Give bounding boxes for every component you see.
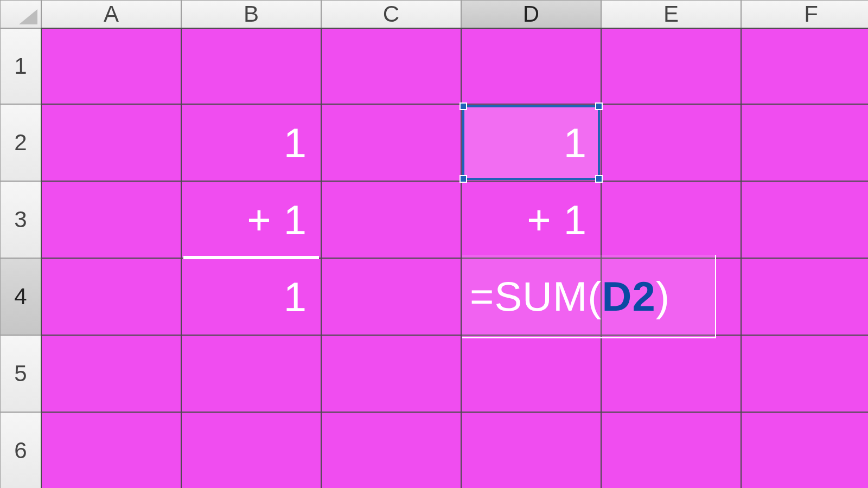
gridline-h — [41, 258, 868, 259]
cell-B2[interactable]: 1 — [181, 104, 321, 181]
gridline-h — [41, 104, 868, 105]
cell-D2[interactable]: 1 — [461, 104, 601, 181]
row-header-3[interactable]: 3 — [0, 181, 41, 258]
column-header-A[interactable]: A — [41, 0, 181, 28]
column-header-E[interactable]: E — [601, 0, 741, 28]
formula-text-prefix: =SUM( — [470, 273, 602, 320]
row-header-5[interactable]: 5 — [0, 335, 41, 412]
cell-B3[interactable]: + 1 — [181, 181, 321, 258]
gridline-h — [41, 28, 868, 29]
column-header-D[interactable]: D — [461, 0, 601, 28]
cell-D3[interactable]: + 1 — [461, 181, 601, 258]
column-header-C[interactable]: C — [321, 0, 461, 28]
formula-text-ref: D2 — [602, 273, 656, 320]
row-header-1[interactable]: 1 — [0, 28, 41, 104]
formula-text-suffix: ) — [656, 273, 670, 320]
column-header-F[interactable]: F — [741, 0, 868, 28]
column-header-B[interactable]: B — [181, 0, 321, 28]
select-all-corner[interactable] — [0, 0, 41, 28]
row-header-6[interactable]: 6 — [0, 412, 41, 488]
cell-formula-editor[interactable]: =SUM(D2) — [462, 255, 716, 338]
spreadsheet-viewport: ABCDEF 123456 1+ 111+ 1 =SUM(D2) — [0, 0, 868, 488]
cell-B4[interactable]: 1 — [181, 258, 321, 335]
gridline-h — [41, 412, 868, 413]
row-header-2[interactable]: 2 — [0, 104, 41, 181]
gridline-h — [41, 181, 868, 182]
gridline-h — [41, 335, 868, 336]
row-header-4[interactable]: 4 — [0, 258, 41, 335]
